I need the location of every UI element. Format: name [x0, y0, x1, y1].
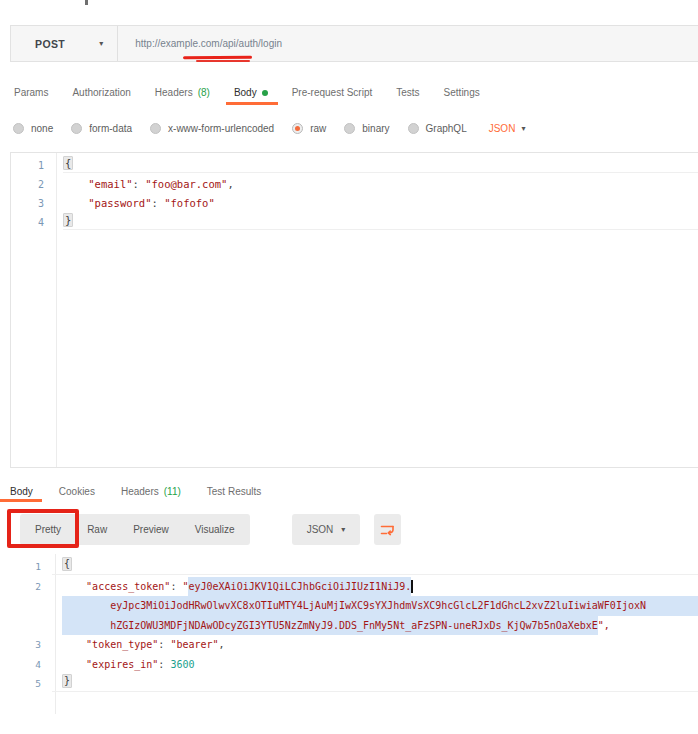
body-mode-none[interactable]: none: [13, 123, 53, 134]
code-row: }: [55, 674, 698, 688]
line-number: 2: [0, 577, 55, 636]
line-number: 4: [11, 213, 56, 232]
tab-params[interactable]: Params: [14, 87, 48, 103]
code-line: 4 "expires_in": 3600: [0, 655, 698, 675]
tab-headers[interactable]: Headers(8): [155, 87, 210, 103]
radio-icon: [13, 123, 24, 134]
code-token: "token_type": [86, 635, 158, 655]
tab-label: Pre-request Script: [292, 87, 373, 98]
request-tabs: ParamsAuthorizationHeaders(8)BodyPre-req…: [14, 84, 480, 103]
wrap-text-button[interactable]: [374, 514, 401, 545]
code-token: "foo@bar.com": [145, 175, 227, 194]
code-row: "email": "foo@bar.com",: [56, 175, 698, 194]
response-language-selector[interactable]: JSON ▾: [292, 514, 360, 545]
code-line: 3 "token_type": "bearer",: [0, 635, 698, 655]
tab-label: Headers: [155, 87, 193, 98]
code-token: :: [170, 577, 182, 597]
code-line: 2 "email": "foo@bar.com",: [11, 175, 698, 194]
view-raw-button[interactable]: Raw: [74, 524, 120, 535]
body-mode-graphql[interactable]: GraphQL: [408, 123, 467, 134]
code-token: }: [63, 213, 73, 227]
body-mode-row: noneform-datax-www-form-urlencodedrawbin…: [13, 121, 525, 136]
code-row: {: [55, 557, 698, 571]
code-token: 3600: [170, 655, 194, 675]
code-token: [62, 577, 86, 597]
code-token: ,: [227, 175, 233, 194]
tab-label: Settings: [444, 87, 480, 98]
tab-label: Tests: [396, 87, 419, 98]
annotation-red-underline-stroke2: [196, 60, 250, 62]
code-token: "bearer": [170, 635, 218, 655]
tab-count: (8): [198, 87, 210, 98]
body-mode-x-www-form-urlencoded[interactable]: x-www-form-urlencoded: [150, 123, 274, 134]
method-selector[interactable]: POST ▾: [11, 26, 103, 61]
code-token: {: [63, 156, 73, 170]
line-number: 3: [0, 635, 55, 655]
code-token: "password": [88, 194, 151, 213]
tab-settings[interactable]: Settings: [444, 87, 480, 103]
mode-label: form-data: [89, 123, 132, 134]
text-cursor: [411, 580, 413, 593]
tab-authorization[interactable]: Authorization: [72, 87, 130, 103]
tab-body[interactable]: Body: [234, 87, 268, 103]
mode-label: raw: [310, 123, 326, 134]
tab-label: Test Results: [207, 486, 261, 497]
tab-label: Params: [14, 87, 48, 98]
body-mode-binary[interactable]: binary: [344, 123, 389, 134]
body-mode-raw[interactable]: raw: [292, 123, 326, 134]
code-line: 1{: [11, 156, 698, 175]
chevron-down-icon: ▾: [99, 39, 103, 48]
response-body-editor[interactable]: 1{2 "access_token": "eyJ0eXAiOiJKV1QiLCJ…: [0, 554, 698, 714]
code-token: [62, 635, 86, 655]
code-token: hZGIzOWU3MDFjNDAwODcyZGI3YTU5NzZmNyJ9.DD…: [62, 616, 598, 636]
code-line: 4}: [11, 213, 698, 232]
code-line-rows: "password": "fofofo": [56, 194, 698, 213]
url-input[interactable]: [118, 38, 698, 49]
tab-count: (11): [164, 486, 181, 497]
raw-language-selector[interactable]: JSON▾: [489, 123, 526, 134]
view-visualize-button[interactable]: Visualize: [182, 524, 248, 535]
response-tab-cookies[interactable]: Cookies: [59, 486, 95, 502]
body-present-dot-icon: [262, 90, 268, 96]
response-tab-body[interactable]: Body: [10, 486, 33, 502]
code-row: {: [56, 156, 698, 170]
response-tab-headers[interactable]: Headers(11): [121, 486, 181, 502]
code-token: eyJ0eXAiOiJKV1QiLCJhbGciOiJIUzI1NiJ9.: [188, 577, 411, 597]
radio-icon: [344, 123, 355, 134]
code-row: "expires_in": 3600: [55, 655, 698, 675]
code-token: }: [62, 674, 72, 688]
code-token: {: [62, 557, 72, 571]
code-token: "access_token": [86, 577, 170, 597]
code-token: "fofofo": [164, 194, 215, 213]
tab-tests[interactable]: Tests: [396, 87, 419, 103]
chevron-down-icon: ▾: [521, 124, 525, 133]
line-number: 1: [11, 156, 56, 175]
radio-icon: [150, 123, 161, 134]
line-number: 1: [0, 557, 55, 577]
code-token: :: [158, 635, 170, 655]
code-line-rows: "token_type": "bearer",: [55, 635, 698, 655]
response-tab-test-results[interactable]: Test Results: [207, 486, 261, 502]
code-token: ,: [219, 635, 225, 655]
mode-label: x-www-form-urlencoded: [168, 123, 274, 134]
line-number: 3: [11, 194, 56, 213]
code-token: :: [133, 175, 146, 194]
tab-pre-request-script[interactable]: Pre-request Script: [292, 87, 373, 103]
code-row: "token_type": "bearer",: [55, 635, 698, 655]
code-row: "password": "fofofo": [56, 194, 698, 213]
code-token: :: [158, 655, 170, 675]
line-number: 4: [0, 655, 55, 675]
code-line-rows: }: [55, 674, 698, 694]
code-line-rows: "expires_in": 3600: [55, 655, 698, 675]
code-token: eyJpc3MiOiJodHRwOlwvXC8xOTIuMTY4LjAuMjIw…: [62, 596, 698, 616]
mode-label: binary: [362, 123, 389, 134]
code-token: ",: [598, 616, 610, 636]
code-line: 3 "password": "fofofo": [11, 194, 698, 213]
request-body-editor[interactable]: 1{2 "email": "foo@bar.com",3 "password":…: [10, 152, 698, 468]
view-preview-button[interactable]: Preview: [120, 524, 182, 535]
code-line-rows: {: [56, 156, 698, 175]
code-token: [62, 655, 86, 675]
code-token: [63, 175, 88, 194]
code-line: 2 "access_token": "eyJ0eXAiOiJKV1QiLCJhb…: [0, 577, 698, 636]
body-mode-form-data[interactable]: form-data: [71, 123, 132, 134]
